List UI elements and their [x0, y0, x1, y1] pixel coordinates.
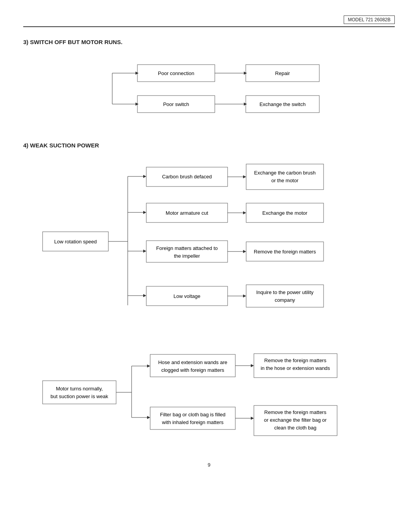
svg-rect-32 [150, 354, 235, 377]
s4-cause1-label: Carbon brush defaced [162, 174, 212, 180]
s4b-sol1-line2: in the hose or extension wands [260, 365, 330, 371]
section4-heading: 4) WEAK SUCTION POWER [23, 142, 395, 149]
arrow-s4-in4 [143, 294, 146, 297]
s4-sol1-line1: Exchange the carbon brush [254, 170, 316, 176]
s4-sol4-line2: company [275, 297, 295, 303]
page-number: 9 [23, 462, 395, 468]
arrow-s4-in3 [143, 250, 146, 253]
s4-sol2-label: Exchange the motor [262, 210, 308, 216]
section3-svg: Poor connection Repair Poor switch Excha… [23, 57, 395, 123]
s4-cause2-label: Motor armature cut [166, 210, 208, 216]
s4-sol4-line1: Inquire to the power utility [256, 289, 314, 295]
s4b-sol1-line1: Remove the foreign matters [264, 358, 327, 363]
arrow-s4-3 [243, 250, 246, 253]
s4b-cause1-line2: clogged with foreign matters [161, 367, 224, 373]
arrow-s4-in1 [143, 175, 146, 178]
arrow-s4-1 [243, 175, 246, 178]
s4b-sol2-line2: or exchange the filter bag or [264, 417, 327, 423]
model-badge: MODEL 721 26082B [344, 15, 395, 24]
s4b-cause2-line2: with inhaled foreign matters [162, 419, 224, 425]
s3-solution2-label: Exchange the switch [259, 101, 305, 107]
svg-rect-36 [150, 407, 235, 429]
svg-rect-28 [43, 381, 116, 404]
s4-sol1-line2: or the motor [271, 178, 299, 183]
s4-root2-line1: Motor turns normally, [56, 386, 103, 392]
arrow-s4b-in1 [147, 364, 150, 368]
arrow-s4-in2 [143, 211, 146, 214]
s3-cause2-label: Poor switch [163, 101, 189, 107]
svg-rect-27 [246, 285, 324, 307]
section4a-diagram: Low rotation speed Carbon brush defaced … [23, 160, 395, 327]
s4-sol3-label: Remove the foreign matters [254, 249, 316, 255]
arrow-s4-4 [243, 294, 246, 298]
arrow-s4b-in2 [147, 416, 150, 419]
s4b-cause2-line1: Filter bag or cloth bag is filled [160, 412, 225, 417]
section4b-diagram: Motor turns normally, but suction power … [23, 350, 395, 439]
svg-rect-15 [246, 164, 324, 190]
s4-cause3-line2: the impeller [174, 253, 200, 259]
page-container: MODEL 721 26082B 3) SWITCH OFF BUT MOTOR… [0, 0, 418, 532]
s4b-sol2-line3: clean the cloth bag [274, 425, 316, 431]
arrow-s4b-2 [251, 417, 254, 420]
section3-diagram: Poor connection Repair Poor switch Excha… [23, 57, 395, 123]
s4b-sol2-line1: Remove the foreign matters [264, 409, 327, 415]
s4b-cause1-line1: Hose and extension wands are [158, 359, 228, 365]
s4-cause4-label: Low voltage [173, 293, 200, 299]
s3-cause1-label: Poor connection [158, 70, 194, 76]
top-rule [23, 26, 395, 27]
s4-root1-label: Low rotation speed [54, 239, 97, 245]
s3-solution1-label: Repair [275, 70, 290, 76]
section4a-svg: Low rotation speed Carbon brush defaced … [23, 160, 395, 327]
section3-heading: 3) SWITCH OFF BUT MOTOR RUNS. [23, 39, 395, 45]
s4-cause3-line1: Foreign matters attached to [156, 245, 218, 251]
header-bar: MODEL 721 26082B [23, 15, 395, 24]
section4b-svg: Motor turns normally, but suction power … [23, 350, 395, 439]
arrow-s4b-1 [251, 364, 254, 367]
arrow-s4-2 [243, 211, 246, 214]
svg-rect-21 [146, 241, 228, 262]
s4-root2-line2: but suction power is weak [51, 393, 108, 399]
